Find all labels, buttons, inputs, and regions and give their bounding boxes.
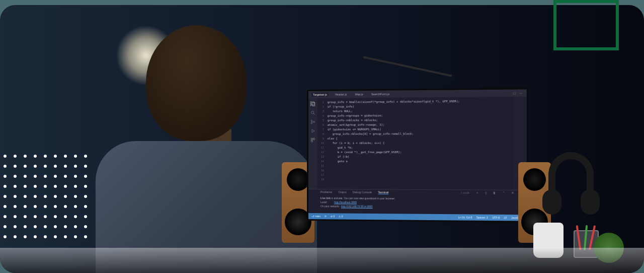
svg-marker-7 [312,129,314,132]
svg-point-5 [311,122,312,124]
code-line: b = (void *)__get_free_page(GFP_USER); [328,150,512,155]
headphones [548,152,594,197]
svg-rect-1 [312,103,315,106]
svg-rect-10 [311,141,312,142]
code-line: gid_t *b; [328,145,512,150]
status-cursor[interactable]: Ln 16, Col 8 [458,216,472,219]
svg-point-4 [311,120,312,121]
editor-tab[interactable]: Map.js [353,92,364,96]
panel-tab-debug[interactable]: Debug Console [353,190,372,194]
search-icon[interactable] [310,110,315,115]
decorative-dot-grid [0,151,91,242]
svg-rect-0 [311,102,314,105]
monitor-arm [363,56,452,77]
status-warnings[interactable]: ⚠ 0 [339,215,343,218]
desk-surface [0,248,644,273]
hero-photo: Targetser.js Header.js Map.js SearchForm… [0,5,644,273]
svg-rect-8 [311,138,312,140]
svg-rect-9 [313,138,315,140]
status-encoding[interactable]: UTF-8 [492,216,500,219]
editor-tab[interactable]: Header.js [334,92,348,96]
panel-tab-terminal[interactable]: Terminal [378,191,388,194]
editor-tab[interactable]: Targetser.js [311,93,329,97]
person [86,20,287,273]
code-line: if (!b) [328,155,512,159]
status-eol[interactable]: LF [504,216,507,219]
split-terminal-icon[interactable]: ▯ [485,191,487,195]
files-icon[interactable] [310,101,315,106]
code-line: for (i = 0; i < nblocks; i++) { [328,141,512,146]
source-control-icon[interactable] [310,119,315,124]
svg-point-2 [311,111,314,114]
editor-area: 1 2 3 4 5 6 7 8 9 10 11 12 13 14 15 16 1… [308,97,527,190]
split-editor-icon[interactable]: ▢ [513,91,517,95]
status-bar: ⎇ main ⟳ ⊘ 0 ⚠ 0 Ln 16, Col 8 Spaces: 2 … [308,213,527,221]
panel-tab-problems[interactable]: Problems [320,190,332,194]
terminal-select[interactable]: 1 node [461,191,469,194]
window-controls: ▢ ⋯ [513,91,524,95]
decorative-green-square [553,0,619,50]
code-line: goto o [328,159,512,164]
panel-tab-output[interactable]: Output [338,190,347,194]
editor-tab[interactable]: SearchForm.js [370,92,391,96]
terminal-output[interactable]: Live link is activate. You can now view … [308,195,527,211]
more-icon[interactable]: ⋯ [519,91,523,95]
code-editor-screen: Targetser.js Header.js Map.js SearchForm… [307,88,528,223]
bottom-panel: Problems Output Debug Console Terminal 1… [308,189,527,216]
extensions-icon[interactable] [310,138,315,143]
status-indent[interactable]: Spaces: 2 [476,216,488,219]
status-branch[interactable]: ⎇ main [311,215,320,218]
line-number-gutter: 1 2 3 4 5 6 7 8 9 10 11 12 13 14 15 16 1… [317,98,326,189]
activity-bar [308,98,317,189]
close-panel-icon[interactable]: ✕ [511,191,514,195]
new-terminal-icon[interactable]: ＋ [475,191,478,195]
code-content[interactable]: group_info = kmalloc(sizeof(*group_info)… [326,97,514,190]
svg-line-3 [313,113,314,115]
maximize-panel-icon[interactable]: ⌃ [503,191,505,195]
svg-point-6 [313,121,314,123]
status-errors[interactable]: ⊘ 0 [331,215,335,218]
status-sync-icon[interactable]: ⟳ [325,215,327,218]
trash-icon[interactable]: 🗑 [493,191,496,195]
debug-icon[interactable] [310,128,315,133]
